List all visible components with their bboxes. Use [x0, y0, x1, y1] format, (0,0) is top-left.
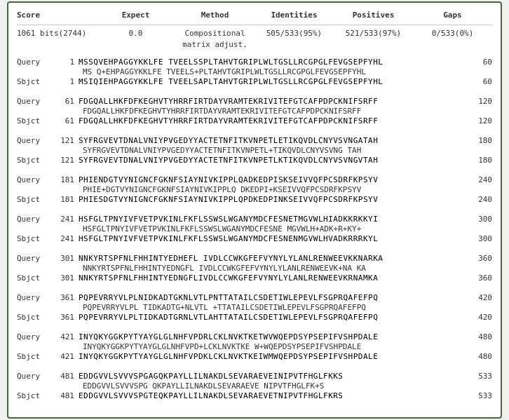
- alignment-block-0: Query1MSSQVEHPAGGYKKLFE TVEELSSPLTAHVTGR…: [17, 57, 492, 92]
- sbjct-end: 360: [464, 273, 492, 283]
- match-text: SYFRGVEVTDNALVNIYPVGEDYYACTETNFITKVNPETL…: [83, 146, 492, 155]
- query-start: 421: [53, 332, 79, 342]
- sbjct-line-2: Sbjct121SYFRGVEVTDNALVNIYPVGEDYYACTETNFI…: [17, 155, 492, 165]
- sbjct-label: Sbjct: [17, 194, 53, 205]
- sbjct-end: 480: [464, 351, 492, 362]
- sbjct-label: Sbjct: [17, 391, 53, 401]
- stat-identities: 505/533(95%): [254, 28, 334, 51]
- alignment-block-7: Query421INYQKYGGKPYTYAYGLGLNHFVPDRLCKLNV…: [17, 332, 492, 367]
- sbjct-start: 361: [53, 312, 79, 323]
- sbjct-line-4: Sbjct241HSFGLTPNYIVFVETPVKINLFKFLSSWSLWG…: [17, 233, 492, 244]
- query-label: Query: [17, 135, 53, 146]
- match-text: PHIE+DGTVYNIGNCFGKNFSIAYNIVKIPPLQ DKEDPI…: [83, 185, 492, 194]
- query-start: 1: [53, 57, 79, 67]
- match-text: NNKYRTSPFNLFHHINTYEDNGFL IVDLCCWKGFEFVYN…: [83, 264, 492, 273]
- sbjct-label: Sbjct: [17, 155, 53, 165]
- match-text: HSFGLTPNYIVFVETPVKINLFKFLSSWSLWGANYMDCFE…: [83, 224, 492, 233]
- query-end: 360: [464, 253, 492, 264]
- query-line-0: Query1MSSQVEHPAGGYKKLFE TVEELSSPLTAHVTGR…: [17, 57, 492, 67]
- blast-result: Score Expect Method Identities Positives…: [7, 1, 502, 418]
- query-end: 60: [464, 57, 492, 67]
- query-end: 300: [464, 214, 492, 224]
- query-seq: FDGQALLHKFDFKEGHVTYHRRFIRTDAYVRAMTEKRIVI…: [79, 96, 464, 107]
- match-line-5: NNKYRTSPFNLFHHINTYEDNGFL IVDLCCWKGFEFVYN…: [17, 264, 492, 273]
- sbjct-start: 481: [53, 391, 79, 401]
- stats-row: 1061 bits(2744) 0.0 Compositional matrix…: [17, 28, 492, 51]
- query-start: 121: [53, 135, 79, 146]
- alignment-block-4: Query241HSFGLTPNYIVFVETPVKINLFKFLSSWSLWG…: [17, 214, 492, 249]
- col-identities: Identities: [254, 10, 334, 22]
- sbjct-end: 533: [464, 391, 492, 401]
- query-start: 361: [53, 292, 79, 303]
- match-line-4: HSFGLTPNYIVFVETPVKINLFKFLSSWSLWGANYMDCFE…: [17, 224, 492, 233]
- sbjct-seq: HSFGLTPNYIVFVETPVKINLFKFLSSWSLWGANYMDCFE…: [79, 233, 464, 244]
- col-positives: Positives: [334, 10, 413, 22]
- query-seq: NNKYRTSPFNLFHHINTYEDHEFL IVDLCCWKGFEFVYN…: [79, 253, 464, 264]
- stat-gaps: 0/533(0%): [413, 28, 492, 51]
- match-line-3: PHIE+DGTVYNIGNCFGKNFSIAYNIVKIPPLQ DKEDPI…: [17, 185, 492, 194]
- sbjct-end: 120: [464, 116, 492, 126]
- sbjct-label: Sbjct: [17, 351, 53, 362]
- query-end: 120: [464, 96, 492, 107]
- sbjct-label: Sbjct: [17, 233, 53, 244]
- query-line-8: Query481EDDGVVLSVVVSPGAGQKPAYLLILNAKDLSE…: [17, 371, 492, 381]
- sbjct-end: 180: [464, 155, 492, 165]
- sbjct-line-1: Sbjct61FDGQALLHKFDFKEGHVTYHRRFIRTDAYVRAM…: [17, 116, 492, 126]
- column-headers: Score Expect Method Identities Positives…: [17, 10, 492, 25]
- stat-expect: 0.0: [96, 28, 175, 51]
- sbjct-label: Sbjct: [17, 312, 53, 323]
- stat-method: Compositional matrix adjust.: [175, 28, 254, 51]
- query-end: 420: [464, 292, 492, 303]
- query-start: 181: [53, 175, 79, 185]
- sbjct-start: 1: [53, 76, 79, 87]
- sbjct-seq: NNKYRTSPFNLFHHINTYEDNGFLIVDLCCWKGFEFVYNY…: [79, 273, 464, 283]
- sbjct-start: 301: [53, 273, 79, 283]
- alignment-block-8: Query481EDDGVVLSVVVSPGAGQKPAYLLILNAKDLSE…: [17, 371, 492, 406]
- match-line-7: INYQKYGGKPYTYAYGLGLNHFVPD+LCKLNVKTKE W+W…: [17, 342, 492, 351]
- match-line-6: PQPEVRRYVLPL TIDKADTG+NLVTL +TTATAILCSDE…: [17, 303, 492, 312]
- query-label: Query: [17, 57, 53, 67]
- query-start: 61: [53, 96, 79, 107]
- sbjct-end: 420: [464, 312, 492, 323]
- query-start: 241: [53, 214, 79, 224]
- sbjct-line-0: Sbjct1MSIQIEHPAGGYKKLFE TVEELSAPLTAHVTGR…: [17, 76, 492, 87]
- sbjct-line-3: Sbjct181PHIESDGTVYNIGNCFGKNFSIAYNIVKIPPL…: [17, 194, 492, 205]
- query-end: 480: [464, 332, 492, 342]
- sbjct-end: 300: [464, 233, 492, 244]
- match-line-2: SYFRGVEVTDNALVNIYPVGEDYYACTETNFITKVNPETL…: [17, 146, 492, 155]
- sbjct-seq: MSIQIEHPAGGYKKLFE TVEELSAPLTAHVTGRIPLWLT…: [79, 76, 464, 87]
- query-label: Query: [17, 292, 53, 303]
- col-expect: Expect: [96, 10, 175, 22]
- query-start: 301: [53, 253, 79, 264]
- match-text: FDGQALLHKFDFKEGHVTYHRRFIRTDAYVRAMTEKRIVI…: [83, 107, 492, 116]
- alignment-block-1: Query61FDGQALLHKFDFKEGHVTYHRRFIRTDAYVRAM…: [17, 96, 492, 131]
- query-line-6: Query361PQPEVRRYVLPLNIDKADTGKNLVTLPNTTAT…: [17, 292, 492, 303]
- query-label: Query: [17, 96, 53, 107]
- query-seq: HSFGLTPNYIVFVETPVKINLFKFLSSWSLWGANYMDCFE…: [79, 214, 464, 224]
- sbjct-seq: PQPEVRRYVLPLTIDKADTGRNLVTLAHTTATAILCSDET…: [79, 312, 464, 323]
- sbjct-seq: SYFRGVEVTDNALVNIYPVGEDYYACTETNFITKVNPETL…: [79, 155, 464, 165]
- match-text: EDDGVVLSVVVSPG QKPAYLLILNAKDLSEVARAEVE N…: [83, 381, 492, 391]
- col-method: Method: [175, 10, 254, 22]
- alignment-block-2: Query121SYFRGVEVTDNALVNIYPVGEDYYACTETNFI…: [17, 135, 492, 170]
- query-line-2: Query121SYFRGVEVTDNALVNIYPVGEDYYACTETNFI…: [17, 135, 492, 146]
- alignment-block-3: Query181PHIENDGTVYNIGNCFGKNFSIAYNIVKIPPL…: [17, 175, 492, 210]
- query-line-4: Query241HSFGLTPNYIVFVETPVKINLFKFLSSWSLWG…: [17, 214, 492, 224]
- match-line-0: MS Q+EHPAGGYKKLFE TVEELS+PLTAHVTGRIPLWLT…: [17, 67, 492, 76]
- query-seq: PQPEVRRYVLPLNIDKADTGKNLVTLPNTTATAILCSDET…: [79, 292, 464, 303]
- query-label: Query: [17, 214, 53, 224]
- alignment-block-5: Query301NNKYRTSPFNLFHHINTYEDHEFL IVDLCCW…: [17, 253, 492, 288]
- stat-score: 1061 bits(2744): [17, 28, 96, 51]
- alignment-block-6: Query361PQPEVRRYVLPLNIDKADTGKNLVTLPNTTAT…: [17, 292, 492, 327]
- query-label: Query: [17, 332, 53, 342]
- sbjct-label: Sbjct: [17, 116, 53, 126]
- match-line-8: EDDGVVLSVVVSPG QKPAYLLILNAKDLSEVARAEVE N…: [17, 381, 492, 391]
- match-text: MS Q+EHPAGGYKKLFE TVEELS+PLTAHVTGRIPLWLT…: [83, 67, 492, 76]
- query-end: 180: [464, 135, 492, 146]
- sbjct-end: 60: [464, 76, 492, 87]
- sbjct-start: 181: [53, 194, 79, 205]
- sbjct-line-5: Sbjct301NNKYRTSPFNLFHHINTYEDNGFLIVDLCCWK…: [17, 273, 492, 283]
- sbjct-label: Sbjct: [17, 273, 53, 283]
- match-text: PQPEVRRYVLPL TIDKADTG+NLVTL +TTATAILCSDE…: [83, 303, 492, 312]
- query-label: Query: [17, 371, 53, 381]
